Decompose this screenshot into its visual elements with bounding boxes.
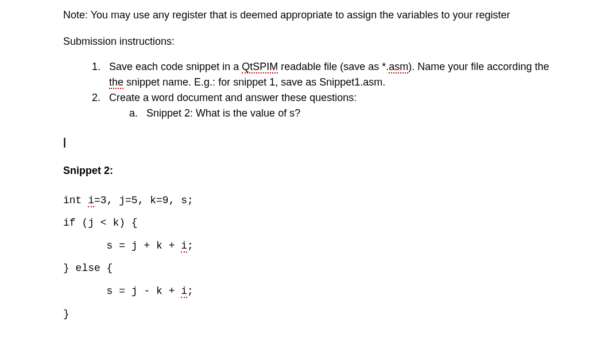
submission-title: Submission instructions: — [63, 32, 589, 51]
code-line: } else { — [63, 262, 113, 274]
list-item: Save each code snippet in a QtSPIM reada… — [103, 59, 589, 90]
sublist: Snippet 2: What is the value of s? — [109, 106, 589, 121]
code-block: int i=3, j=5, k=9, s; if (j < k) { s = j… — [63, 189, 589, 326]
code-line: s = j - k + i; — [63, 285, 193, 298]
list-item: Create a word document and answer these … — [103, 90, 589, 121]
li1-prefix: Save each code snippet in a — [109, 61, 242, 72]
note-text: Note: You may use any register that is d… — [63, 6, 589, 24]
submission-list: Save each code snippet in a QtSPIM reada… — [63, 59, 589, 121]
spell-error: i — [88, 195, 94, 207]
code-line: if (j < k) { — [63, 217, 138, 229]
spell-error: the — [109, 76, 123, 89]
spell-error: i — [181, 240, 187, 253]
text-cursor: | — [63, 133, 589, 151]
li1-mid2: ). Name your file according the — [408, 61, 549, 72]
li1-mid1: readable file (save as *. — [278, 61, 389, 72]
li2-text: Create a word document and answer these … — [109, 92, 357, 103]
li1-suffix: snippet name. E.g.: for snippet 1, save … — [123, 76, 385, 88]
snippet-title: Snippet 2: — [63, 161, 589, 180]
spell-error: i — [181, 285, 187, 298]
code-line: } — [63, 308, 69, 320]
code-line: s = j + k + i; — [63, 240, 193, 253]
spell-error: asm — [389, 61, 408, 73]
sublist-item: Snippet 2: What is the value of s? — [141, 106, 589, 121]
spell-error: QtSPIM — [242, 61, 278, 73]
code-line: int i=3, j=5, k=9, s; — [63, 195, 193, 207]
